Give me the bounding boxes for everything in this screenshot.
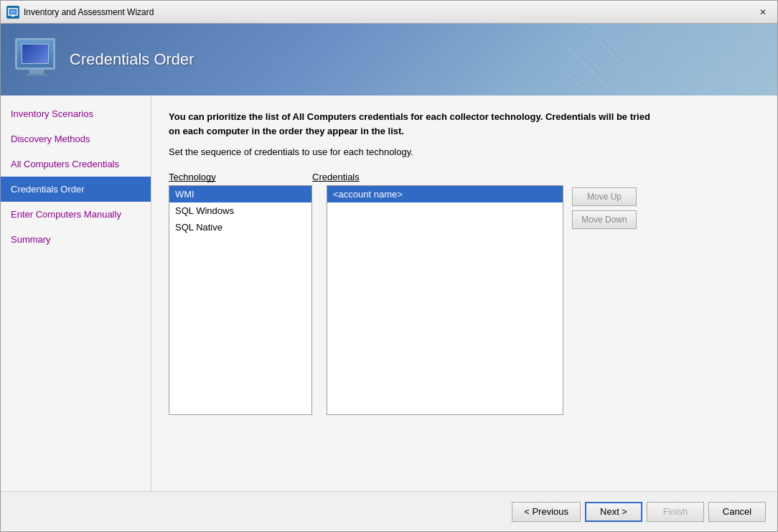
technology-panel: Technology WMI SQL Windows SQL Native <box>169 172 312 415</box>
sidebar-item-discovery-methods[interactable]: Discovery Methods <box>1 126 151 151</box>
app-icon <box>6 6 19 19</box>
header-banner: Credentials Order <box>1 24 777 95</box>
window-title: Inventory and Assessment Wizard <box>24 7 754 17</box>
technology-listbox[interactable]: WMI SQL Windows SQL Native <box>169 185 312 415</box>
credentials-label: Credentials <box>312 172 563 182</box>
sidebar-item-summary[interactable]: Summary <box>1 227 151 252</box>
page-title: Credentials Order <box>70 50 194 69</box>
footer: < Previous Next > Finish Cancel <box>1 491 777 531</box>
content-area: Inventory Scenarios Discovery Methods Al… <box>1 95 777 491</box>
title-bar: Inventory and Assessment Wizard ✕ <box>1 1 777 24</box>
credentials-label-text: Credentials <box>312 172 360 182</box>
main-content: You can prioritize the list of All Compu… <box>151 95 777 491</box>
credentials-listbox[interactable]: <account name> <box>327 185 563 415</box>
credentials-item-account-name[interactable]: <account name> <box>327 186 563 202</box>
sidebar-item-credentials-order[interactable]: Credentials Order <box>1 177 151 202</box>
sidebar: Inventory Scenarios Discovery Methods Al… <box>1 95 151 491</box>
previous-button[interactable]: < Previous <box>512 502 581 522</box>
close-button[interactable]: ✕ <box>754 4 772 20</box>
wizard-window: Inventory and Assessment Wizard ✕ Creden… <box>0 0 778 532</box>
next-button[interactable]: Next > <box>585 502 642 522</box>
technology-item-sql-native[interactable]: SQL Native <box>169 219 311 235</box>
technology-label-text: Technology <box>169 172 216 182</box>
panels-container: Technology WMI SQL Windows SQL Native Cr… <box>169 172 760 415</box>
svg-rect-1 <box>10 10 16 14</box>
sidebar-item-all-computers-credentials[interactable]: All Computers Credentials <box>1 151 151 177</box>
finish-button[interactable]: Finish <box>647 502 704 522</box>
credentials-panel: Credentials <account name> <box>312 172 563 415</box>
sidebar-item-enter-computers-manually[interactable]: Enter Computers Manually <box>1 202 151 227</box>
sub-description: Set the sequence of credentials to use f… <box>169 146 760 157</box>
description-text: You can prioritize the list of All Compu… <box>169 110 657 138</box>
technology-label: Technology <box>169 172 312 182</box>
technology-item-wmi[interactable]: WMI <box>169 186 311 202</box>
move-buttons: Move Up Move Down <box>572 187 637 229</box>
technology-item-sql-windows[interactable]: SQL Windows <box>169 202 311 219</box>
sidebar-item-inventory-scenarios[interactable]: Inventory Scenarios <box>1 101 151 126</box>
move-down-button[interactable]: Move Down <box>572 210 637 229</box>
monitor-icon <box>15 38 58 81</box>
move-up-button[interactable]: Move Up <box>572 187 637 206</box>
svg-rect-2 <box>11 15 14 17</box>
cancel-button[interactable]: Cancel <box>708 502 766 522</box>
